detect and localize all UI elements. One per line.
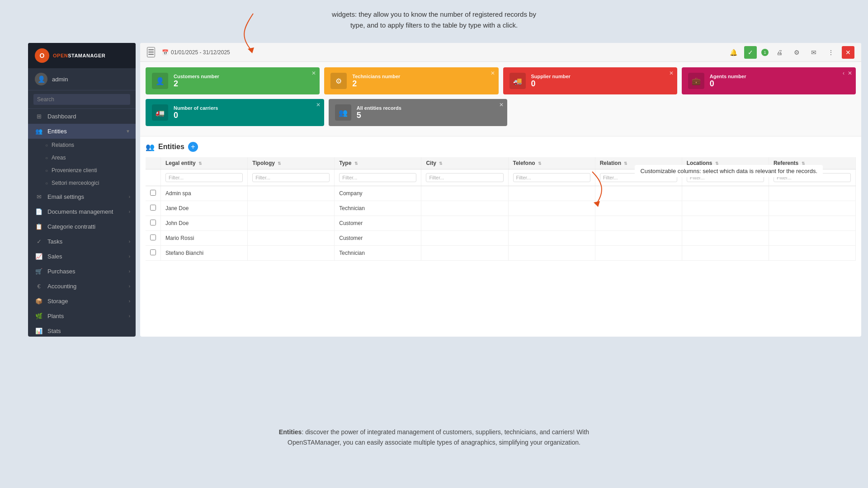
more-options-button[interactable]: ⋮ bbox=[825, 46, 837, 59]
widget-close-all-entities[interactable]: ✕ bbox=[499, 102, 504, 108]
tasks-icon: ✓ bbox=[35, 238, 43, 245]
settings-button[interactable]: ⚙ bbox=[790, 46, 803, 59]
add-entity-button[interactable]: + bbox=[188, 142, 198, 152]
widget-close-customers[interactable]: ✕ bbox=[311, 70, 316, 76]
sidebar-item-storage[interactable]: 📦 Storage › bbox=[28, 294, 136, 309]
sidebar-item-stats[interactable]: 📊 Stats bbox=[28, 324, 136, 337]
sidebar-item-accounting[interactable]: € Accounting › bbox=[28, 279, 136, 294]
header-actions: 🔔 ✓ 1 🖨 ⚙ ✉ ⋮ ✕ bbox=[727, 46, 854, 59]
sidebar-item-label: Plants bbox=[47, 313, 64, 319]
row-checkbox[interactable] bbox=[150, 220, 156, 225]
sidebar-menu: ⊞ Dashboard 👥 Entities ▼ Relations Areas… bbox=[28, 109, 136, 337]
widget-agents[interactable]: 💼 Agents number 0 ✕ ‹ bbox=[682, 67, 856, 94]
th-tipology[interactable]: Tipology ⇅ bbox=[248, 157, 335, 169]
sidebar-item-entities[interactable]: 👥 Entities ▼ bbox=[28, 124, 136, 139]
cell-tipology bbox=[248, 201, 335, 216]
sidebar-item-tasks[interactable]: ✓ Tasks › bbox=[28, 234, 136, 249]
row-checkbox[interactable] bbox=[150, 249, 156, 255]
notification-button[interactable]: 🔔 bbox=[727, 46, 740, 59]
sidebar-item-areas[interactable]: Areas bbox=[28, 151, 136, 164]
th-legal-entity[interactable]: Legal entity ⇅ bbox=[161, 157, 248, 169]
cell-telefono bbox=[508, 216, 595, 231]
sidebar-item-documents-management[interactable]: 📄 Documents management › bbox=[28, 204, 136, 219]
sidebar-item-label: Accounting bbox=[47, 283, 76, 290]
row-checkbox[interactable] bbox=[150, 205, 156, 211]
sidebar-item-sales[interactable]: 📈 Sales › bbox=[28, 249, 136, 264]
sidebar-item-label: Entities bbox=[47, 128, 67, 135]
cell-legal-entity: John Doe bbox=[161, 216, 248, 231]
widget-carriers[interactable]: 🚛 Number of carriers 0 ✕ bbox=[146, 99, 324, 126]
sort-icon-type: ⇅ bbox=[354, 161, 358, 166]
row-checkbox-cell bbox=[146, 216, 161, 231]
cell-referents bbox=[769, 231, 855, 246]
purchases-icon: 🛒 bbox=[35, 268, 43, 275]
widget-collapse-agents[interactable]: ‹ bbox=[843, 70, 844, 76]
cell-city bbox=[421, 231, 508, 246]
widget-close-supplier[interactable]: ✕ bbox=[669, 70, 674, 76]
filter-type-input[interactable] bbox=[339, 173, 416, 182]
widget-technicians[interactable]: ⚙ Technicians number 2 ✕ bbox=[324, 67, 498, 94]
sidebar-item-categorie-contratti[interactable]: 📋 Categorie contratti bbox=[28, 219, 136, 234]
chevron-right-icon: › bbox=[129, 254, 130, 259]
bottom-description-text: : discover the power of integrated manag… bbox=[288, 428, 589, 446]
th-telefono[interactable]: Telefono ⇅ bbox=[508, 157, 595, 169]
widget-close-technicians[interactable]: ✕ bbox=[491, 70, 495, 76]
cell-locations bbox=[682, 231, 769, 246]
sidebar-item-purchases[interactable]: 🛒 Purchases › bbox=[28, 264, 136, 279]
widget-close-agents[interactable]: ✕ bbox=[848, 70, 852, 76]
print-button[interactable]: 🖨 bbox=[773, 46, 786, 59]
th-city[interactable]: City ⇅ bbox=[421, 157, 508, 169]
cell-city bbox=[421, 246, 508, 261]
sidebar-item-relations[interactable]: Relations bbox=[28, 139, 136, 151]
row-checkbox-cell bbox=[146, 201, 161, 216]
widget-close-carriers[interactable]: ✕ bbox=[316, 102, 321, 108]
row-checkbox[interactable] bbox=[150, 190, 156, 196]
filter-telefono-input[interactable] bbox=[513, 173, 590, 182]
sidebar-item-dashboard[interactable]: ⊞ Dashboard bbox=[28, 109, 136, 124]
chevron-right-icon: › bbox=[129, 284, 130, 289]
sidebar-item-plants[interactable]: 🌿 Plants › bbox=[28, 309, 136, 324]
filter-tipology-input[interactable] bbox=[252, 173, 330, 182]
sidebar-logo: O OpenSTAManager bbox=[28, 43, 136, 68]
filter-legal-entity-input[interactable] bbox=[165, 173, 243, 182]
sort-icon-city: ⇅ bbox=[439, 161, 443, 166]
sidebar-user[interactable]: 👤 admin bbox=[28, 68, 136, 90]
cell-legal-entity: Mario Rossi bbox=[161, 231, 248, 246]
sort-icon-relation: ⇅ bbox=[624, 161, 627, 166]
widget-supplier[interactable]: 🚚 Supplier number 0 ✕ bbox=[503, 67, 677, 94]
entities-section-title: Entities bbox=[158, 143, 184, 151]
widget-all-entities[interactable]: 👥 All entities records 5 ✕ bbox=[329, 99, 507, 126]
entities-icon: 👥 bbox=[35, 128, 43, 135]
hamburger-button[interactable]: ☰ bbox=[147, 47, 155, 57]
cell-tipology bbox=[248, 246, 335, 261]
sidebar-item-label: Categorie contratti bbox=[47, 223, 95, 230]
filter-city-input[interactable] bbox=[426, 173, 503, 182]
cell-locations bbox=[682, 216, 769, 231]
badge-count: 1 bbox=[761, 49, 769, 56]
chevron-right-icon: › bbox=[129, 239, 130, 244]
date-range-label: 01/01/2025 - 31/12/2025 bbox=[171, 49, 230, 56]
row-checkbox[interactable] bbox=[150, 235, 156, 240]
filter-legal-entity-cell bbox=[161, 169, 248, 186]
th-type[interactable]: Type ⇅ bbox=[335, 157, 421, 169]
sidebar-item-label: Storage bbox=[47, 298, 68, 305]
logo-icon: O bbox=[35, 48, 49, 63]
customers-widget-icon: 👤 bbox=[152, 73, 168, 89]
supplier-widget-value: 0 bbox=[531, 79, 671, 89]
close-button[interactable]: ✕ bbox=[842, 46, 854, 59]
bottom-description-bold: Entities bbox=[279, 428, 302, 436]
sidebar-item-settori-merceologici[interactable]: Settori merceologici bbox=[28, 177, 136, 189]
user-name-label: admin bbox=[52, 76, 68, 83]
carriers-widget-icon: 🚛 bbox=[152, 104, 168, 121]
cell-telefono bbox=[508, 201, 595, 216]
calendar-button[interactable]: 📅 01/01/2025 - 31/12/2025 bbox=[162, 49, 230, 56]
status-ok-button[interactable]: ✓ bbox=[744, 46, 757, 59]
widget-customers[interactable]: 👤 Customers number 2 ✕ bbox=[146, 67, 320, 94]
sidebar-item-email-settings[interactable]: ✉ Email settings › bbox=[28, 189, 136, 204]
logo-text: OpenSTAManager bbox=[53, 53, 105, 58]
email-button[interactable]: ✉ bbox=[807, 46, 820, 59]
calendar-icon: 📅 bbox=[162, 49, 169, 56]
sidebar-item-provenienze-clienti[interactable]: Provenienze clienti bbox=[28, 164, 136, 177]
search-input[interactable] bbox=[33, 94, 130, 105]
sidebar-item-label: Stats bbox=[47, 328, 61, 334]
